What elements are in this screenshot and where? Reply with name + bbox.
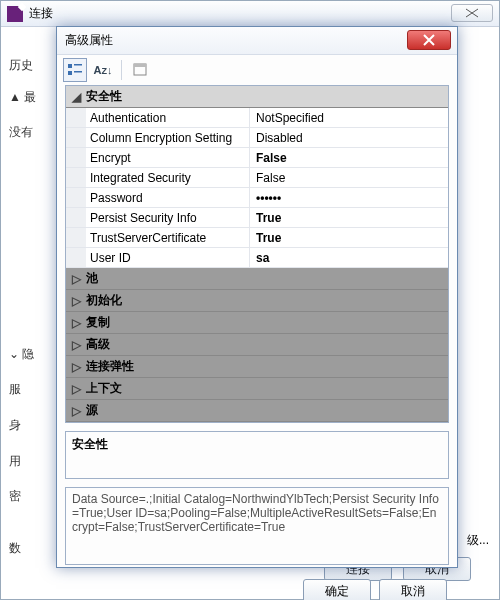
property-name: Column Encryption Setting	[86, 128, 250, 147]
property-value[interactable]: True	[250, 208, 448, 227]
property-row[interactable]: User IDsa	[66, 248, 448, 268]
bg-text: ⌄ 隐	[9, 344, 49, 366]
description-title: 安全性	[72, 437, 108, 451]
category-label: 上下文	[86, 380, 122, 397]
property-name: Encrypt	[86, 148, 250, 167]
ok-button[interactable]: 确定	[303, 579, 371, 600]
bg-text: 没有	[9, 122, 49, 144]
background-labels: 历史 ▲ 最 没有 ⌄ 隐 服 身 用 密 数	[9, 41, 49, 559]
parent-close-button[interactable]	[451, 4, 493, 22]
bg-text: 数	[9, 538, 49, 560]
alpha-sort-button[interactable]: AZ↓	[91, 58, 115, 82]
category-collapsed[interactable]: ▷初始化	[66, 290, 448, 312]
category-label: 源	[86, 402, 98, 419]
category-label: 池	[86, 270, 98, 287]
dialog-title: 高级属性	[65, 32, 113, 49]
category-label: 复制	[86, 314, 110, 331]
dialog-buttons: 确定 取消	[57, 573, 457, 600]
expand-icon[interactable]: ▷	[66, 316, 86, 330]
property-value[interactable]: ••••••	[250, 188, 448, 207]
property-pages-button[interactable]	[128, 58, 152, 82]
category-label: 高级	[86, 336, 110, 353]
property-row[interactable]: EncryptFalse	[66, 148, 448, 168]
category-collapsed[interactable]: ▷复制	[66, 312, 448, 334]
property-row[interactable]: Column Encryption SettingDisabled	[66, 128, 448, 148]
property-value[interactable]: False	[250, 168, 448, 187]
collapse-icon[interactable]: ◢	[66, 90, 86, 104]
category-security[interactable]: ◢ 安全性	[66, 86, 448, 108]
property-value[interactable]: NotSpecified	[250, 108, 448, 127]
svg-rect-3	[74, 71, 82, 73]
property-name: Integrated Security	[86, 168, 250, 187]
property-value[interactable]: Disabled	[250, 128, 448, 147]
expand-icon[interactable]: ▷	[66, 338, 86, 352]
expand-icon[interactable]: ▷	[66, 294, 86, 308]
expand-icon[interactable]: ▷	[66, 272, 86, 286]
description-pane: 安全性	[65, 431, 449, 479]
dialog-titlebar: 高级属性	[57, 27, 457, 55]
property-row[interactable]: Persist Security InfoTrue	[66, 208, 448, 228]
connection-string-text: Data Source=.;Initial Catalog=NorthwindY…	[72, 492, 439, 534]
categorized-view-button[interactable]	[63, 58, 87, 82]
bg-text: 密	[9, 486, 49, 508]
categorized-icon	[67, 62, 83, 78]
property-toolbar: AZ↓	[57, 55, 457, 85]
bg-text: ▲ 最	[9, 87, 49, 109]
bg-text: 历史	[9, 55, 49, 77]
property-row[interactable]: AuthenticationNotSpecified	[66, 108, 448, 128]
category-collapsed[interactable]: ▷连接弹性	[66, 356, 448, 378]
expand-icon[interactable]: ▷	[66, 404, 86, 418]
close-icon	[423, 34, 435, 46]
property-name: Password	[86, 188, 250, 207]
toolbar-separator	[121, 60, 122, 80]
property-grid[interactable]: ◢ 安全性 AuthenticationNotSpecifiedColumn E…	[65, 85, 449, 423]
property-name: Authentication	[86, 108, 250, 127]
advanced-properties-dialog: 高级属性 AZ↓ ◢ 安全性 AuthenticationNotSpecifie…	[56, 26, 458, 568]
svg-rect-2	[68, 71, 72, 75]
property-value[interactable]: sa	[250, 248, 448, 267]
parent-titlebar: 连接	[1, 1, 499, 27]
svg-rect-5	[134, 64, 146, 67]
property-row[interactable]: TrustServerCertificateTrue	[66, 228, 448, 248]
svg-rect-0	[68, 64, 72, 68]
visual-studio-icon	[7, 6, 23, 22]
bg-text: 用	[9, 451, 49, 473]
connection-string-box[interactable]: Data Source=.;Initial Catalog=NorthwindY…	[65, 487, 449, 565]
property-row[interactable]: Integrated SecurityFalse	[66, 168, 448, 188]
parent-title: 连接	[29, 5, 53, 22]
alpha-sort-icon: AZ↓	[94, 64, 113, 76]
bg-text: 服	[9, 379, 49, 401]
property-name: User ID	[86, 248, 250, 267]
category-collapsed[interactable]: ▷池	[66, 268, 448, 290]
expand-icon[interactable]: ▷	[66, 382, 86, 396]
svg-rect-1	[74, 64, 82, 66]
close-icon	[465, 8, 479, 18]
property-value[interactable]: False	[250, 148, 448, 167]
category-label: 连接弹性	[86, 358, 134, 375]
advanced-link[interactable]: 级...	[467, 532, 489, 549]
dialog-close-button[interactable]	[407, 30, 451, 50]
category-collapsed[interactable]: ▷高级	[66, 334, 448, 356]
property-pages-icon	[132, 62, 148, 78]
property-value[interactable]: True	[250, 228, 448, 247]
category-label: 初始化	[86, 292, 122, 309]
category-label: 安全性	[86, 88, 122, 105]
property-name: Persist Security Info	[86, 208, 250, 227]
bg-text: 身	[9, 415, 49, 437]
expand-icon[interactable]: ▷	[66, 360, 86, 374]
category-collapsed[interactable]: ▷源	[66, 400, 448, 422]
property-row[interactable]: Password••••••	[66, 188, 448, 208]
cancel-button[interactable]: 取消	[379, 579, 447, 600]
category-collapsed[interactable]: ▷上下文	[66, 378, 448, 400]
property-name: TrustServerCertificate	[86, 228, 250, 247]
